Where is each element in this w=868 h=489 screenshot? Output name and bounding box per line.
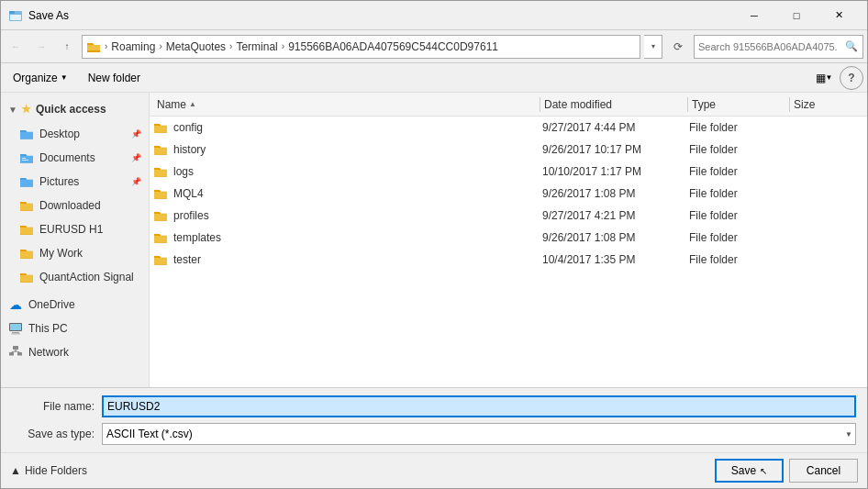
up-icon: ↑: [65, 41, 70, 51]
file-list-header: Name ▲ Date modified Type Size: [150, 93, 867, 117]
table-row[interactable]: history 9/26/2017 10:17 PM File folder: [150, 139, 867, 161]
minimize-button[interactable]: ─: [733, 1, 775, 30]
organize-button[interactable]: Organize ▼: [5, 67, 76, 89]
cancel-label: Cancel: [807, 464, 840, 477]
sidebar-item-mywork[interactable]: My Work: [1, 241, 149, 265]
size-header-label: Size: [794, 98, 815, 111]
table-row[interactable]: logs 10/10/2017 1:17 PM File folder: [150, 161, 867, 183]
svg-rect-7: [13, 346, 18, 350]
organize-dropdown-icon: ▼: [61, 73, 68, 82]
eurusd-folder-svg: [19, 223, 34, 236]
savetype-select-wrapper: ASCII Text (*.csv) ▼: [102, 423, 856, 445]
filename-input[interactable]: [102, 395, 856, 417]
up-button[interactable]: ↑: [56, 36, 78, 58]
svg-rect-4: [10, 324, 21, 330]
toolbar-right: ▦ ▼ ?: [812, 66, 863, 90]
view-mode-button[interactable]: ▦ ▼: [812, 67, 836, 89]
sidebar-item-onedrive[interactable]: ☁ OneDrive: [1, 293, 149, 317]
sidebar-item-desktop[interactable]: Desktop 📌: [1, 122, 149, 146]
table-row[interactable]: templates 9/26/2017 1:08 PM File folder: [150, 227, 867, 249]
quick-access-header[interactable]: ▼ ★ Quick access: [1, 96, 149, 122]
new-folder-button[interactable]: New folder: [80, 67, 149, 89]
type-header-label: Type: [692, 98, 716, 111]
action-row: ▲ Hide Folders Save ↖ Cancel: [1, 452, 867, 488]
address-dropdown-button[interactable]: ▾: [644, 35, 662, 59]
table-row[interactable]: profiles 9/27/2017 4:21 PM File folder: [150, 205, 867, 227]
eurusd-folder-icon: [19, 222, 34, 237]
svg-rect-9: [17, 352, 22, 356]
file-name-cell-logs: logs: [153, 164, 542, 179]
file-type-logs: File folder: [689, 165, 790, 178]
svg-rect-2: [10, 15, 21, 20]
close-button[interactable]: ✕: [818, 1, 860, 30]
eurusd-label: EURUSD H1: [39, 223, 103, 236]
refresh-button[interactable]: ⟳: [666, 35, 690, 59]
sidebar-item-quantaction[interactable]: QuantAction Signal: [1, 265, 149, 289]
documents-pin-icon: 📌: [131, 153, 141, 162]
file-date-config: 9/27/2017 4:44 PM: [542, 121, 689, 134]
file-name-mql4: MQL4: [173, 187, 204, 200]
quick-access-label: Quick access: [36, 103, 106, 116]
bottom-bar: File name: Save as type: ASCII Text (*.c…: [1, 387, 867, 452]
table-row[interactable]: tester 10/4/2017 1:35 PM File folder: [150, 249, 867, 271]
thispc-svg: [8, 321, 23, 336]
search-button[interactable]: 🔍: [840, 36, 862, 58]
file-name-cell-templates: templates: [153, 230, 542, 245]
sort-by-date-button[interactable]: Date modified: [540, 93, 687, 116]
sidebar-item-network[interactable]: Network: [1, 340, 149, 364]
file-name-config: config: [173, 121, 203, 134]
forward-button[interactable]: →: [30, 36, 52, 58]
sort-by-type-button[interactable]: Type: [688, 93, 789, 116]
sidebar-item-pictures[interactable]: Pictures 📌: [1, 170, 149, 194]
savetype-select[interactable]: ASCII Text (*.csv): [102, 423, 856, 445]
downloaded-folder-svg: [19, 199, 34, 212]
organize-label: Organize: [13, 72, 58, 84]
search-box: 🔍: [694, 35, 863, 59]
file-name-tester: tester: [173, 253, 201, 266]
folder-icon-tester: [153, 252, 168, 267]
window-controls: ─ □ ✕: [733, 1, 860, 30]
file-type-tester: File folder: [689, 253, 790, 266]
path-arrow-1: ›: [105, 41, 107, 51]
save-button[interactable]: Save ↖: [715, 459, 784, 483]
svg-rect-1: [9, 11, 15, 14]
name-sort-arrow: ▲: [189, 100, 196, 108]
help-button[interactable]: ?: [840, 66, 863, 90]
folder-icon-history: [153, 142, 168, 157]
table-row[interactable]: MQL4 9/26/2017 1:08 PM File folder: [150, 183, 867, 205]
filename-label: File name:: [12, 400, 95, 413]
dialog-icon: [8, 8, 23, 23]
mywork-label: My Work: [39, 247, 83, 260]
quick-access-section: ▼ ★ Quick access Desktop 📌: [1, 96, 149, 289]
address-path[interactable]: › Roaming › MetaQuotes › Terminal › 9155…: [82, 35, 640, 59]
cancel-button[interactable]: Cancel: [789, 459, 858, 483]
name-header-label: Name: [157, 98, 186, 111]
downloaded-label: Downloaded: [39, 199, 101, 212]
savetype-row: Save as type: ASCII Text (*.csv) ▼: [12, 423, 856, 445]
sidebar-item-eurusd[interactable]: EURUSD H1: [1, 217, 149, 241]
file-name-logs: logs: [173, 165, 194, 178]
file-name-history: history: [173, 143, 206, 156]
documents-folder-svg: [19, 151, 34, 164]
sidebar-item-documents[interactable]: Documents 📌: [1, 146, 149, 170]
pictures-label: Pictures: [39, 175, 79, 188]
file-type-templates: File folder: [689, 231, 790, 244]
date-header-label: Date modified: [544, 98, 612, 111]
help-icon: ?: [848, 72, 854, 84]
back-button[interactable]: ←: [5, 36, 27, 58]
svg-rect-5: [12, 332, 19, 334]
sort-by-name-button[interactable]: Name ▲: [153, 93, 540, 116]
file-name-cell-profiles: profiles: [153, 208, 542, 223]
file-date-templates: 9/26/2017 1:08 PM: [542, 231, 689, 244]
table-row[interactable]: config 9/27/2017 4:44 PM File folder: [150, 117, 867, 139]
maximize-button[interactable]: □: [775, 1, 818, 30]
quantaction-folder-svg: [19, 271, 34, 283]
hide-folders-button[interactable]: ▲ Hide Folders: [10, 464, 87, 477]
sort-by-size-button[interactable]: Size: [790, 93, 863, 116]
sidebar-item-thispc[interactable]: This PC: [1, 317, 149, 340]
sidebar-item-downloaded[interactable]: Downloaded: [1, 194, 149, 217]
search-input[interactable]: [695, 41, 840, 52]
save-cancel-group: Save ↖ Cancel: [715, 459, 858, 483]
file-date-profiles: 9/27/2017 4:21 PM: [542, 209, 689, 222]
save-as-dialog: Save As ─ □ ✕ ← → ↑ › Roaming › MetaQuot…: [0, 0, 868, 489]
